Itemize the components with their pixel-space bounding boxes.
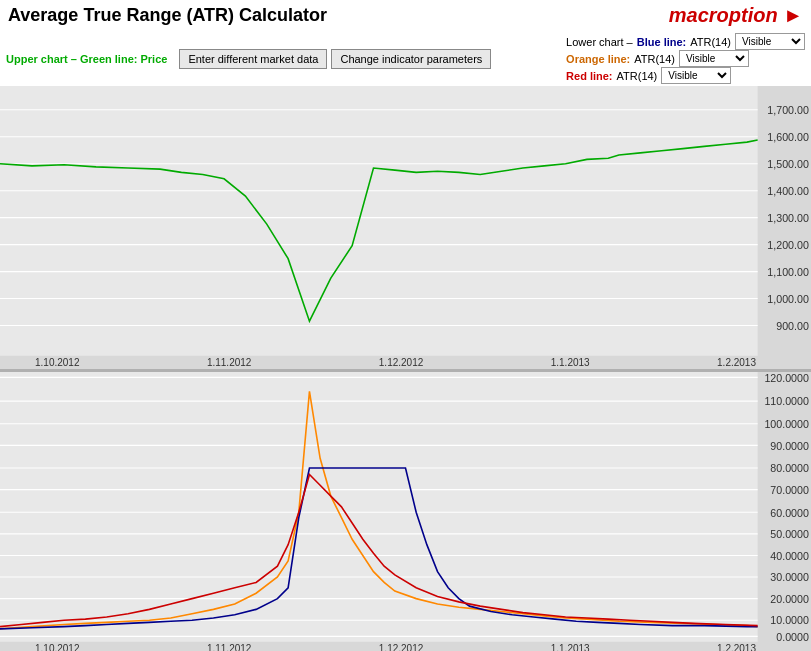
orange-line-visibility-select[interactable]: VisibleHidden (679, 50, 749, 67)
upper-chart-svg: 1,700.00 1,600.00 1,500.00 1,400.00 1,30… (0, 86, 811, 356)
y-label-40: 40.0000 (770, 549, 809, 561)
controls-row: Upper chart – Green line: Price Enter di… (0, 31, 811, 86)
lower-chart-svg: 120.0000 110.0000 100.0000 90.0000 80.00… (0, 372, 811, 642)
lower-x-axis: 1.10.2012 1.11.2012 1.12.2012 1.1.2013 1… (0, 642, 811, 651)
y-label-80: 80.0000 (770, 462, 809, 474)
upper-x-label-2: 1.11.2012 (207, 357, 252, 368)
charts-area: 1,700.00 1,600.00 1,500.00 1,400.00 1,30… (0, 86, 811, 651)
lower-x-label-1: 1.10.2012 (35, 643, 80, 651)
lower-x-label-2: 1.11.2012 (207, 643, 252, 651)
y-label-110: 110.0000 (764, 395, 808, 407)
upper-x-label-1: 1.10.2012 (35, 357, 80, 368)
lower-chart-bg (0, 372, 758, 642)
y-label-0: 0.0000 (776, 630, 809, 641)
lower-x-label-4: 1.1.2013 (551, 643, 590, 651)
lower-x-label-5: 1.2.2013 (717, 643, 756, 651)
upper-x-axis: 1.10.2012 1.11.2012 1.12.2012 1.1.2013 1… (0, 356, 811, 369)
enter-market-data-button[interactable]: Enter different market data (179, 49, 327, 69)
y-label-70: 70.0000 (770, 484, 809, 496)
orange-line-row: Orange line: ATR(14) VisibleHidden (566, 50, 805, 67)
y-label-10: 10.0000 (770, 614, 809, 626)
brand-text: macroption ► (669, 4, 803, 26)
header: Average True Range (ATR) Calculator macr… (0, 0, 811, 31)
upper-chart: 1,700.00 1,600.00 1,500.00 1,400.00 1,30… (0, 86, 811, 356)
lower-x-label-3: 1.12.2012 (379, 643, 424, 651)
lower-chart-legend: Lower chart – Blue line: ATR(14) Visible… (566, 33, 805, 84)
y-label-1500: 1,500.00 (767, 158, 809, 170)
change-indicator-button[interactable]: Change indicator parameters (331, 49, 491, 69)
y-label-900: 900.00 (776, 320, 809, 332)
lower-legend-header-row: Lower chart – Blue line: ATR(14) Visible… (566, 33, 805, 50)
y-label-120: 120.0000 (764, 372, 808, 384)
blue-line-visibility-select[interactable]: VisibleHidden (735, 33, 805, 50)
orange-line-label: Orange line: (566, 53, 630, 65)
red-line-row: Red line: ATR(14) VisibleHidden (566, 67, 805, 84)
orange-atr-value: ATR(14) (634, 53, 675, 65)
y-label-100: 100.0000 (764, 418, 808, 430)
y-label-50: 50.0000 (770, 528, 809, 540)
y-label-60: 60.0000 (770, 506, 809, 518)
y-label-1000: 1,000.00 (767, 293, 809, 305)
blue-line-label: Blue line: (637, 36, 687, 48)
upper-x-label-3: 1.12.2012 (379, 357, 424, 368)
y-label-30: 30.0000 (770, 571, 809, 583)
y-label-1700: 1,700.00 (767, 104, 809, 116)
upper-chart-legend: Upper chart – Green line: Price (6, 53, 167, 65)
lower-chart-label: Lower chart – (566, 36, 633, 48)
y-label-90: 90.0000 (770, 439, 809, 451)
upper-chart-bg (0, 86, 758, 356)
app: Average True Range (ATR) Calculator macr… (0, 0, 811, 651)
y-label-1600: 1,600.00 (767, 131, 809, 143)
lower-chart: 120.0000 110.0000 100.0000 90.0000 80.00… (0, 372, 811, 642)
red-line-label: Red line: (566, 70, 612, 82)
y-label-1200: 1,200.00 (767, 239, 809, 251)
page-title: Average True Range (ATR) Calculator (8, 5, 327, 26)
y-label-1100: 1,100.00 (767, 266, 809, 278)
y-label-1400: 1,400.00 (767, 185, 809, 197)
brand-logo: macroption ► (669, 4, 803, 27)
upper-x-label-5: 1.2.2013 (717, 357, 756, 368)
upper-x-label-4: 1.1.2013 (551, 357, 590, 368)
y-label-1300: 1,300.00 (767, 212, 809, 224)
red-line-visibility-select[interactable]: VisibleHidden (661, 67, 731, 84)
red-atr-value: ATR(14) (617, 70, 658, 82)
blue-atr-value: ATR(14) (690, 36, 731, 48)
y-label-20: 20.0000 (770, 593, 809, 605)
